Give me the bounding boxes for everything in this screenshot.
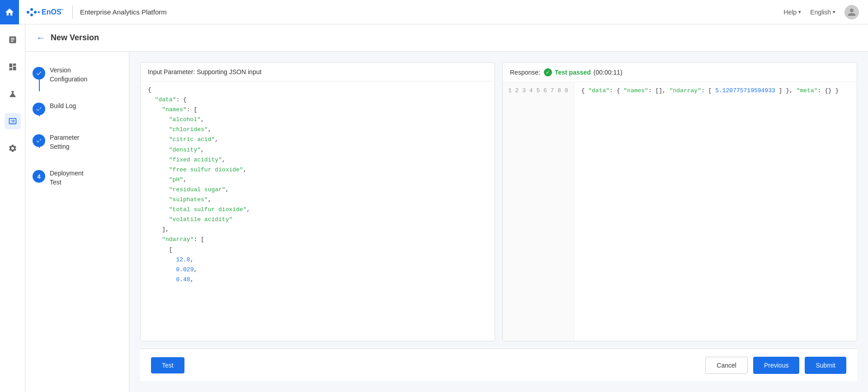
back-button[interactable]: ← (36, 33, 45, 43)
step-item-3: Parameter Setting (33, 119, 122, 155)
main-content: Input Parameter: Supporting JSON input {… (129, 52, 868, 392)
svg-text:™: ™ (60, 8, 63, 12)
bottom-bar: Test Cancel Previous Submit (140, 349, 857, 381)
step-label-3: Parameter Setting (50, 133, 79, 151)
page-header: ← New Version (25, 24, 868, 52)
sidebar-icon-analytics[interactable] (5, 32, 21, 48)
logo-area: EnOS ™ (24, 6, 65, 19)
step-item-4: 4 Deployment Test (33, 155, 122, 190)
step-connector-2 (39, 104, 40, 116)
response-panel-header: Response: ✓ Test passed (00:00:11) (503, 63, 857, 82)
app-title: Enterprise Analytics Platform (80, 8, 167, 16)
lang-chevron-icon: ▾ (833, 9, 835, 15)
cancel-button[interactable]: Cancel (705, 357, 748, 374)
step-circle-4: 4 (33, 170, 45, 183)
svg-point-1 (30, 8, 33, 11)
response-label: Response: (510, 69, 540, 76)
check-circle-icon: ✓ (544, 68, 552, 76)
avatar[interactable] (844, 5, 859, 19)
step-item-1: Version Configuration (33, 62, 122, 87)
sidebar-icon-lab[interactable] (5, 86, 21, 102)
input-panel: Input Parameter: Supporting JSON input {… (140, 62, 495, 341)
step-label-4: Deployment Test (50, 169, 84, 187)
input-code-area: { "data": { "names": [ "alcohol", "chlor… (141, 81, 495, 288)
top-nav-right: Help ▾ English ▾ (783, 5, 859, 19)
svg-text:EnOS: EnOS (42, 8, 61, 16)
response-panel-body: 1 2 3 4 5 6 7 8 9 { "data": { "names": [… (503, 82, 857, 341)
step-label-1: Version Configuration (50, 66, 87, 84)
top-navigation: EnOS ™ Enterprise Analytics Platform Hel… (0, 0, 868, 24)
response-panel: Response: ✓ Test passed (00:00:11) 1 2 3… (502, 62, 857, 341)
steps-sidebar: Version Configuration Build Log (25, 52, 129, 392)
sidebar-icon-settings[interactable] (5, 140, 21, 156)
test-time: (00:00:11) (594, 69, 623, 76)
test-button[interactable]: Test (151, 357, 184, 373)
step-label-2: Build Log (50, 102, 76, 111)
right-wrapper: ← New Version Version Configuration (25, 24, 868, 392)
help-button[interactable]: Help ▾ (783, 9, 801, 16)
sidebar-icon-dashboard[interactable] (5, 59, 21, 75)
svg-point-3 (30, 14, 33, 16)
home-button[interactable] (0, 0, 19, 24)
content-wrapper: Version Configuration Build Log (25, 52, 868, 392)
line-numbers: 1 2 3 4 5 6 7 8 9 (503, 82, 574, 341)
svg-point-2 (34, 11, 37, 14)
submit-button[interactable]: Submit (805, 357, 846, 374)
icon-sidebar (0, 24, 25, 392)
input-panel-title: Input Parameter: Supporting JSON input (148, 68, 261, 76)
language-button[interactable]: English ▾ (810, 9, 835, 16)
page-title: New Version (51, 33, 99, 43)
input-panel-body[interactable]: { "data": { "names": [ "alcohol", "chlor… (141, 81, 495, 341)
step-circle-1 (33, 67, 45, 80)
step-connector-3 (39, 135, 40, 148)
test-passed-text: Test passed (555, 69, 591, 76)
sidebar-icon-data[interactable] (5, 113, 21, 129)
test-passed-badge: ✓ Test passed (00:00:11) (544, 68, 623, 76)
step-item-2: Build Log (33, 87, 122, 119)
panels-row: Input Parameter: Supporting JSON input {… (140, 62, 857, 341)
help-chevron-icon: ▾ (798, 9, 801, 15)
svg-point-0 (27, 11, 29, 14)
nav-divider (72, 5, 73, 19)
response-code-content: { "data": { "names": [], "ndarray": [ 5.… (574, 82, 857, 341)
bottom-actions: Cancel Previous Submit (705, 357, 846, 374)
response-code-area: 1 2 3 4 5 6 7 8 9 { "data": { "names": [… (503, 82, 857, 341)
input-panel-header: Input Parameter: Supporting JSON input (141, 63, 495, 81)
page-wrapper: ← New Version Version Configuration (0, 24, 868, 392)
svg-point-4 (38, 11, 40, 13)
previous-button[interactable]: Previous (753, 357, 799, 374)
